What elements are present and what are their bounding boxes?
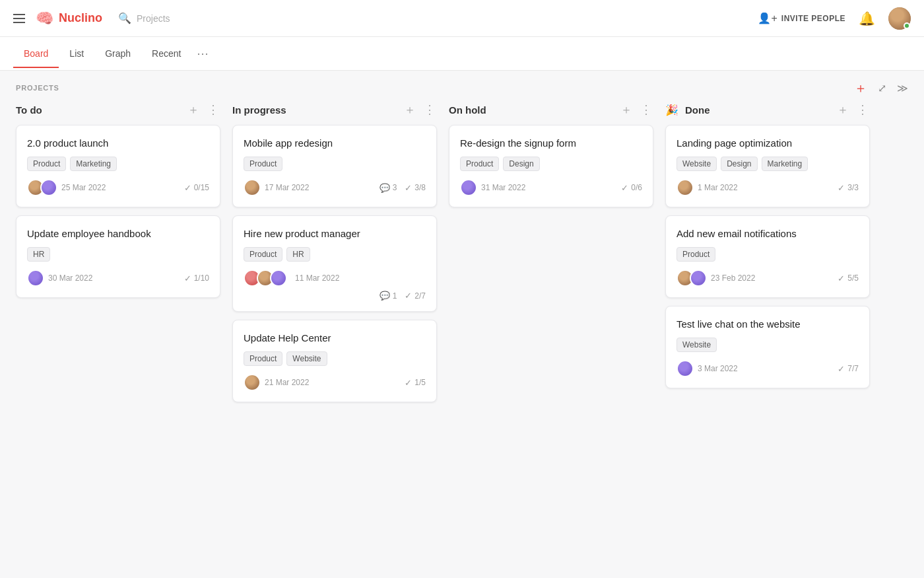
avatar: [27, 270, 44, 287]
avatar: [676, 360, 694, 377]
card-footer: 30 Mar 2022 ✓ 1/10: [27, 270, 209, 287]
card-title: 2.0 product launch: [27, 136, 209, 150]
column-todo-add[interactable]: ＋: [186, 102, 201, 117]
tag-design: Design: [721, 157, 757, 171]
notifications-button[interactable]: 🔔: [859, 11, 875, 26]
check-icon: ✓: [405, 378, 412, 388]
card-checks: ✓ 1/5: [405, 378, 426, 388]
card-mobile-redesign[interactable]: Mobile app redesign Product 17 Mar 2022 …: [232, 125, 437, 207]
card-title: Update employee handbook: [27, 227, 209, 240]
column-inprogress-menu[interactable]: ⋮: [422, 102, 437, 117]
card-checks: ✓ 5/5: [838, 273, 859, 283]
column-done-add[interactable]: ＋: [836, 102, 850, 117]
card-footer-left: 11 Mar 2022: [244, 270, 339, 287]
card-date: 23 Feb 2022: [711, 273, 755, 283]
card-footer-left: 3 Mar 2022: [676, 360, 738, 377]
check-icon: ✓: [838, 364, 845, 374]
card-update-help-center[interactable]: Update Help Center Product Website 21 Ma…: [232, 320, 437, 402]
card-employee-handbook[interactable]: Update employee handbook HR 30 Mar 2022 …: [16, 215, 220, 298]
card-title: Add new email notifications: [676, 227, 859, 240]
board-columns: To do ＋ ⋮ 2.0 product launch Product Mar…: [0, 102, 924, 426]
search-area[interactable]: 🔍 Projects: [118, 12, 170, 24]
card-checks: ✓ 0/15: [184, 183, 209, 193]
header-right: 👤+ INVITE PEOPLE 🔔: [758, 7, 911, 30]
card-meta: 💬 3 ✓ 3/8: [380, 183, 426, 193]
card-landing-page[interactable]: Landing page optimization Website Design…: [665, 125, 870, 207]
menu-button[interactable]: [13, 14, 25, 23]
card-tags: Website Design Marketing: [676, 157, 859, 171]
column-inprogress: In progress ＋ ⋮ Mobile app redesign Prod…: [232, 102, 437, 410]
card-meta: 💬 1 ✓ 2/7: [380, 291, 426, 301]
check-icon: ✓: [838, 273, 845, 283]
comments-count: 3: [393, 183, 397, 192]
done-icon: 🎉: [665, 104, 678, 116]
column-done: 🎉 Done ＋ ⋮ Landing page optimization Web…: [665, 102, 870, 410]
column-done-header: 🎉 Done ＋ ⋮: [665, 102, 870, 117]
checks-count: 2/7: [414, 291, 426, 301]
card-avatars: [676, 360, 690, 377]
column-onhold-header: On hold ＋ ⋮: [449, 102, 653, 117]
card-footer: 11 Mar 2022 💬 1 ✓ 2/7: [244, 270, 426, 301]
card-title: Mobile app redesign: [244, 136, 426, 150]
card-footer-left: 23 Feb 2022: [676, 270, 755, 287]
card-avatars: [244, 270, 283, 287]
online-indicator: [904, 22, 910, 29]
checks-count: 3/3: [847, 183, 859, 192]
card-footer-left: 17 Mar 2022: [244, 179, 309, 196]
card-tags: Website: [676, 338, 859, 352]
check-icon: ✓: [405, 291, 412, 301]
avatar: [676, 179, 694, 196]
column-onhold-add[interactable]: ＋: [619, 102, 634, 117]
card-avatars: [244, 179, 257, 196]
card-footer: 25 Mar 2022 ✓ 0/15: [27, 179, 209, 196]
tag-design: Design: [503, 157, 539, 171]
card-avatars: [27, 270, 40, 287]
card-avatars: [244, 374, 257, 391]
expand-button[interactable]: ⤢: [878, 82, 886, 94]
card-date: 21 Mar 2022: [265, 378, 309, 387]
card-footer: 1 Mar 2022 ✓ 3/3: [676, 179, 859, 196]
card-date: 25 Mar 2022: [61, 183, 106, 192]
tab-recent[interactable]: Recent: [141, 39, 191, 68]
logo-icon: 🧠: [36, 10, 53, 27]
avatar: [244, 374, 261, 391]
tab-board[interactable]: Board: [13, 39, 59, 68]
comment-icon: 💬: [380, 291, 390, 301]
card-tags: Product: [244, 157, 426, 171]
tag-product: Product: [27, 157, 66, 171]
card-footer-left: 21 Mar 2022: [244, 374, 309, 391]
add-column-button[interactable]: ＋: [854, 81, 867, 94]
column-todo-menu[interactable]: ⋮: [206, 102, 220, 117]
card-hire-manager[interactable]: Hire new product manager Product HR 11 M…: [232, 215, 437, 312]
collapse-button[interactable]: ≫: [897, 82, 908, 94]
tab-graph[interactable]: Graph: [94, 39, 141, 68]
card-signup-form[interactable]: Re-design the signup form Product Design…: [449, 125, 653, 207]
tabs-more-button[interactable]: ⋯: [191, 37, 214, 70]
card-live-chat[interactable]: Test live chat on the website Website 3 …: [665, 306, 870, 388]
card-tags: Product Marketing: [27, 157, 209, 171]
card-checks: ✓ 3/3: [838, 183, 859, 193]
avatar: [460, 179, 477, 196]
column-onhold-menu[interactable]: ⋮: [639, 102, 653, 117]
tag-website: Website: [676, 338, 717, 352]
check-icon: ✓: [184, 183, 191, 193]
column-done-menu[interactable]: ⋮: [855, 102, 870, 117]
tab-list[interactable]: List: [59, 39, 94, 68]
user-avatar[interactable]: [888, 7, 911, 30]
tag-product: Product: [244, 157, 282, 171]
search-icon: 🔍: [118, 12, 131, 24]
card-tags: Product Website: [244, 351, 426, 366]
card-footer: 21 Mar 2022 ✓ 1/5: [244, 374, 426, 391]
card-title: Update Help Center: [244, 331, 426, 345]
invite-people-button[interactable]: 👤+ INVITE PEOPLE: [758, 12, 845, 24]
card-date: 11 Mar 2022: [295, 273, 339, 283]
card-checks: ✓ 1/10: [184, 273, 209, 283]
avatar: [270, 270, 287, 287]
column-onhold: On hold ＋ ⋮ Re-design the signup form Pr…: [449, 102, 653, 410]
card-email-notifications[interactable]: Add new email notifications Product 23 F…: [665, 215, 870, 298]
column-inprogress-add[interactable]: ＋: [403, 102, 417, 117]
card-product-launch[interactable]: 2.0 product launch Product Marketing 25 …: [16, 125, 220, 207]
card-checks: ✓ 3/8: [405, 183, 426, 193]
invite-label: INVITE PEOPLE: [781, 14, 845, 23]
card-date: 31 Mar 2022: [481, 183, 525, 192]
